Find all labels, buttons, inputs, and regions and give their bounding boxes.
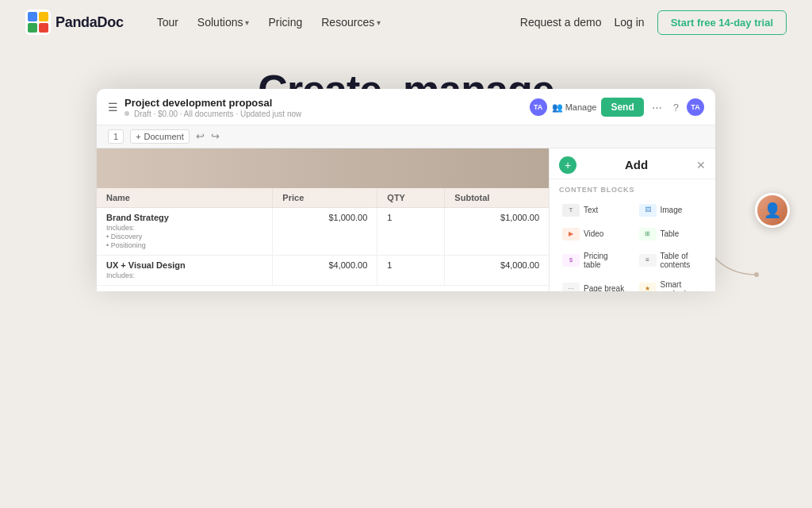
app-topbar-left: ☰ Project development proposal Draft · $…: [108, 97, 301, 118]
block-video[interactable]: ▶ Video: [557, 224, 631, 244]
avatar-ta-2: TA: [687, 98, 704, 116]
hero-section: Create, manage and e-Sign docs with ease…: [0, 44, 812, 291]
item-subtotal-2: $4,000.00: [445, 255, 549, 285]
svg-rect-3: [28, 23, 37, 33]
plus-icon: +: [136, 132, 140, 141]
col-qty: QTY: [377, 188, 445, 208]
table-row: UX + Visual Design Includes: $4,000.00 1…: [97, 255, 549, 285]
item-qty-2: 1: [377, 255, 445, 285]
nav-tour[interactable]: Tour: [149, 11, 186, 33]
app-preview: ☰ Project development proposal Draft · $…: [97, 89, 715, 291]
table-block-icon: ⊞: [639, 228, 657, 241]
navbar: PandaDoc Tour Solutions ▾ Pricing Resour…: [0, 0, 812, 44]
content-blocks-grid: T Text 🖼 Image ▶ Video ⊞ Table: [550, 197, 715, 291]
corner-avatar: 👤: [755, 193, 790, 228]
close-icon[interactable]: ✕: [696, 159, 706, 171]
hamburger-icon[interactable]: ☰: [108, 101, 118, 114]
block-table[interactable]: ⊞ Table: [634, 224, 708, 244]
image-block-icon: 🖼: [639, 204, 657, 217]
resources-chevron-icon: ▾: [377, 18, 381, 27]
item-subtotal-1: $1,000.00: [445, 207, 549, 255]
doc-image-placeholder: [97, 148, 549, 188]
item-name-2: UX + Visual Design Includes:: [97, 255, 273, 285]
app-main: Name Price QTY Subtotal Brand Strategy I…: [97, 148, 549, 291]
block-image[interactable]: 🖼 Image: [634, 200, 708, 221]
item-qty-1: 1: [377, 207, 445, 255]
pricing-table: Name Price QTY Subtotal Brand Strategy I…: [97, 188, 549, 286]
app-topbar: ☰ Project development proposal Draft · $…: [97, 89, 715, 125]
avatar-ta-1: TA: [530, 98, 547, 116]
block-pricing[interactable]: $ Pricing table: [557, 248, 631, 273]
nav-right: Request a demo Log in Start free 14-day …: [520, 10, 787, 35]
block-toc[interactable]: ≡ Table of contents: [634, 248, 708, 273]
col-price: Price: [273, 188, 377, 208]
more-icon[interactable]: ⋯: [649, 100, 665, 115]
manage-badge[interactable]: 👥 Manage: [552, 102, 597, 113]
request-demo-nav-link[interactable]: Request a demo: [520, 16, 602, 29]
redo-button[interactable]: ↪: [211, 130, 220, 142]
undo-button[interactable]: ↩: [196, 130, 205, 142]
doc-info: Project development proposal Draft · $0.…: [124, 97, 301, 118]
block-text[interactable]: T Text: [557, 200, 631, 221]
pagebreak-block-icon: ⋯: [562, 283, 580, 291]
content-blocks-label: CONTENT BLOCKS: [550, 179, 715, 197]
nav-links: Tour Solutions ▾ Pricing Resources ▾: [149, 11, 520, 33]
status-dot: [124, 111, 129, 116]
block-pagebreak[interactable]: ⋯ Page break: [557, 276, 631, 291]
pricing-block-icon: $: [562, 254, 580, 267]
login-link[interactable]: Log in: [615, 16, 645, 29]
item-price-2: $4,000.00: [273, 255, 377, 285]
item-price-1: $1,000.00: [273, 207, 377, 255]
svg-point-6: [754, 272, 759, 277]
trial-button-nav[interactable]: Start free 14-day trial: [657, 10, 787, 35]
item-name-1: Brand Strategy Includes: • Discovery • P…: [97, 207, 273, 255]
svg-rect-2: [39, 12, 48, 21]
col-subtotal: Subtotal: [445, 188, 549, 208]
add-panel: + Add ✕ CONTENT BLOCKS T Text 🖼 Image: [549, 148, 715, 291]
people-icon: 👥: [552, 102, 563, 113]
add-document-button[interactable]: + Document: [130, 129, 190, 144]
add-circle-icon: +: [559, 156, 576, 174]
video-block-icon: ▶: [562, 228, 580, 241]
app-toolbar: 1 + Document ↩ ↪: [97, 125, 715, 148]
send-button[interactable]: Send: [601, 98, 643, 117]
page-number: 1: [108, 129, 124, 144]
sidebar-title: Add: [625, 158, 648, 171]
svg-rect-4: [39, 23, 48, 33]
doc-meta: Draft · $0.00 · All documents · Updated …: [124, 110, 301, 118]
app-content: Name Price QTY Subtotal Brand Strategy I…: [97, 148, 715, 291]
doc-title: Project development proposal: [124, 97, 301, 109]
app-topbar-right: TA 👥 Manage Send ⋯ ? TA: [530, 98, 704, 117]
col-name: Name: [97, 188, 273, 208]
solutions-chevron-icon: ▾: [245, 18, 249, 27]
text-block-icon: T: [562, 204, 580, 217]
logo[interactable]: PandaDoc: [25, 10, 124, 35]
nav-pricing[interactable]: Pricing: [260, 11, 310, 33]
nav-solutions[interactable]: Solutions ▾: [190, 11, 258, 33]
help-icon[interactable]: ?: [670, 100, 682, 115]
avatar-image: 👤: [757, 195, 787, 225]
sidebar-header: + Add ✕: [550, 148, 715, 179]
nav-resources[interactable]: Resources ▾: [313, 11, 389, 33]
table-row: Brand Strategy Includes: • Discovery • P…: [97, 207, 549, 255]
block-smart[interactable]: ★ Smart content: [634, 276, 708, 291]
toc-block-icon: ≡: [639, 254, 657, 267]
smart-block-icon: ★: [639, 283, 657, 291]
svg-rect-1: [28, 12, 37, 21]
logo-text: PandaDoc: [56, 14, 124, 31]
